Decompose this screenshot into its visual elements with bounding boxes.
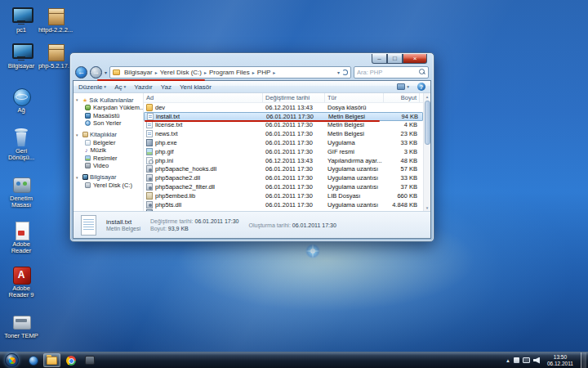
text-file-icon <box>146 130 153 137</box>
desktop-icon-document[interactable]: Adobe Reader <box>3 221 39 254</box>
back-button[interactable]: ← <box>75 66 87 79</box>
desktop-icon-httpd[interactable]: httpd-2.2.2... <box>38 7 74 34</box>
file-size: 57 KB <box>384 165 420 173</box>
sidebar-section-favorites[interactable]: ▾ ★ Sık Kullanılanlar <box>76 96 143 104</box>
vertical-scrollbar[interactable]: ▴ ▾ <box>423 93 430 211</box>
sidebar-item-music[interactable]: ♪Müzik <box>76 146 143 155</box>
column-header-type[interactable]: Tür <box>325 93 384 102</box>
column-header-name[interactable]: Ad <box>144 93 263 102</box>
taskbar-app-chrome[interactable] <box>62 353 79 367</box>
desktop-icon-label: httpd-2.2.2... <box>38 27 74 34</box>
scroll-down-icon[interactable]: ▾ <box>426 205 429 210</box>
tray-app-icon[interactable] <box>514 357 519 363</box>
scroll-up-icon[interactable]: ▴ <box>426 94 429 99</box>
close-button[interactable]: × <box>403 54 427 64</box>
details-modified: Değiştirme tarihi: 06.01.2011 17:30 <box>150 218 238 224</box>
print-button[interactable]: Yazdır <box>134 83 153 91</box>
desktop-icon-adobe-reader[interactable]: Adobe Reader 9 <box>3 265 39 298</box>
file-type: Uygulama uzantısı <box>325 174 384 182</box>
views-button[interactable]: ▾ <box>397 83 409 90</box>
expander-icon[interactable]: ▾ <box>76 132 81 137</box>
breadcrumb-item-local-disk-c[interactable]: Yerel Disk (C:) <box>158 69 203 76</box>
taskbar-app-other[interactable] <box>81 353 98 367</box>
desktop-icon-pc1[interactable]: pc1 <box>3 7 39 34</box>
breadcrumb-item-program-files[interactable]: Program Files <box>207 69 252 76</box>
file-row-php5apache2-dll[interactable]: php5apache2.dll 06.01.2011 17:30 Uygulam… <box>144 173 423 182</box>
show-desktop-button[interactable] <box>581 352 586 368</box>
file-row-php-exe[interactable]: php.exe 06.01.2011 17:30 Uygulama 33 KB <box>144 138 423 147</box>
sidebar-item-pictures[interactable]: Resimler <box>76 155 143 163</box>
file-row-php5embed-lib[interactable]: php5embed.lib 06.01.2011 17:30 LIB Dosya… <box>144 191 423 200</box>
desktop-icon-label: Ağ <box>3 107 39 114</box>
modified-label: Değiştirme tarihi: <box>150 218 194 224</box>
taskbar-app-explorer[interactable] <box>43 353 60 367</box>
file-row-php5apache2-filter-dll[interactable]: php5apache2_filter.dll 06.01.2011 17:30 … <box>144 182 423 191</box>
breadcrumb-item-php[interactable]: PHP <box>256 69 272 76</box>
sidebar-item-video[interactable]: Video <box>76 162 143 170</box>
file-date: 06.01.2011 17:30 <box>263 192 325 200</box>
sidebar-item-desktop[interactable]: Masaüstü <box>76 112 143 120</box>
search-box[interactable] <box>354 66 429 79</box>
refresh-icon[interactable] <box>342 70 348 75</box>
column-header-size[interactable]: Boyut <box>384 93 420 102</box>
burn-button[interactable]: Yaz <box>161 83 172 91</box>
downloads-icon <box>85 105 91 110</box>
address-dropdown-icon[interactable]: ▾ <box>337 70 340 75</box>
tray-expand-icon[interactable]: ▲ <box>506 358 510 363</box>
close-icon: × <box>413 55 417 63</box>
network-status-icon[interactable] <box>523 357 530 363</box>
desktop-icon-recycle-bin[interactable]: Geri Dönüşü... <box>3 128 39 161</box>
maximize-button[interactable]: □ <box>387 54 403 64</box>
search-input[interactable] <box>357 69 419 76</box>
sidebar-item-recent-places[interactable]: Son Yerler <box>76 119 143 128</box>
sidebar-item-documents[interactable]: Belgeler <box>76 139 143 147</box>
history-dropdown-icon[interactable]: ▾ <box>105 70 107 75</box>
sidebar-item-local-disk-c[interactable]: Yerel Disk (C:) <box>76 182 143 190</box>
minimize-button[interactable]: – <box>372 54 387 64</box>
computer-icon <box>82 174 88 180</box>
file-size: 3 KB <box>384 148 420 155</box>
desktop-icon-network[interactable]: Ağ <box>3 87 39 114</box>
new-folder-button[interactable]: Yeni klasör <box>180 83 212 91</box>
recycle-bin-icon <box>11 128 32 147</box>
file-date: 06.12.2011 13:43 <box>263 157 325 164</box>
breadcrumb-separator-icon[interactable]: ▸ <box>272 70 276 75</box>
file-row-php5ts-dll[interactable]: php5ts.dll 06.01.2011 17:30 Uygulama uza… <box>144 200 423 209</box>
clock[interactable]: 13:50 06.12.2011 <box>543 354 577 366</box>
breadcrumb-item-computer[interactable]: Bilgisayar <box>122 69 154 76</box>
sidebar-section-computer[interactable]: ▾ Bilgisayar <box>76 173 143 182</box>
file-row-php5apache-hooks-dll[interactable]: php5apache_hooks.dll 06.01.2011 17:30 Uy… <box>144 165 423 174</box>
scrollbar-thumb[interactable] <box>425 101 430 145</box>
sidebar-item-downloads[interactable]: Karşıdan Yüklem... <box>76 104 143 112</box>
help-button[interactable]: ? <box>417 83 425 91</box>
expander-icon[interactable]: ▾ <box>76 175 81 180</box>
file-row-php-gif[interactable]: php.gif 06.01.2011 17:30 GIF resmi 3 KB <box>144 147 423 156</box>
dll-file-icon <box>146 174 153 182</box>
documents-icon <box>85 140 91 146</box>
volume-icon[interactable] <box>533 357 540 364</box>
organize-button[interactable]: Düzenle▾ <box>78 83 106 91</box>
desktop-icon-toner[interactable]: Toner TEMP <box>3 312 39 339</box>
file-row-install-txt[interactable]: install.txt 06.01.2011 17:30 Metin Belge… <box>144 112 423 121</box>
column-header-date[interactable]: Değiştirme tarihi <box>263 93 325 102</box>
file-size: 37 KB <box>384 183 420 191</box>
desktop-icon-php-installer[interactable]: php-5.2.17... <box>38 43 74 70</box>
expander-icon[interactable]: ▾ <box>76 97 81 102</box>
text-file-icon <box>81 215 96 236</box>
desktop-icon-control-panel[interactable]: Denetim Masası <box>3 175 39 209</box>
file-type: Metin Belgesi <box>326 113 385 120</box>
file-row-dev[interactable]: dev 06.12.2011 13:43 Dosya klasörü <box>144 103 423 112</box>
open-button[interactable]: Aç▾ <box>114 83 126 91</box>
taskbar-app-media-player[interactable] <box>24 353 42 367</box>
dll-file-icon <box>146 183 153 191</box>
file-row-news-txt[interactable]: news.txt 06.01.2011 17:30 Metin Belgesi … <box>144 129 423 138</box>
forward-button[interactable]: → <box>90 66 102 79</box>
file-type: Uygulama uzantısı <box>325 183 384 191</box>
desktop-icon-computer[interactable]: Bilgisayar <box>3 43 39 70</box>
start-button[interactable] <box>5 353 19 367</box>
file-row-license-txt[interactable]: license.txt 06.01.2011 17:30 Metin Belge… <box>144 121 423 130</box>
file-row-php-ini[interactable]: php.ini 06.12.2011 13:43 Yapılandırma ay… <box>144 156 423 165</box>
window-client-area: Düzenle▾ Aç▾ Yazdır Yaz Yeni klasör ▾ ? … <box>73 80 431 239</box>
sidebar-section-libraries[interactable]: ▾ Kitaplıklar <box>76 131 143 139</box>
address-bar[interactable]: Bilgisayar ▸ Yerel Disk (C:) ▸ Program F… <box>109 66 351 79</box>
